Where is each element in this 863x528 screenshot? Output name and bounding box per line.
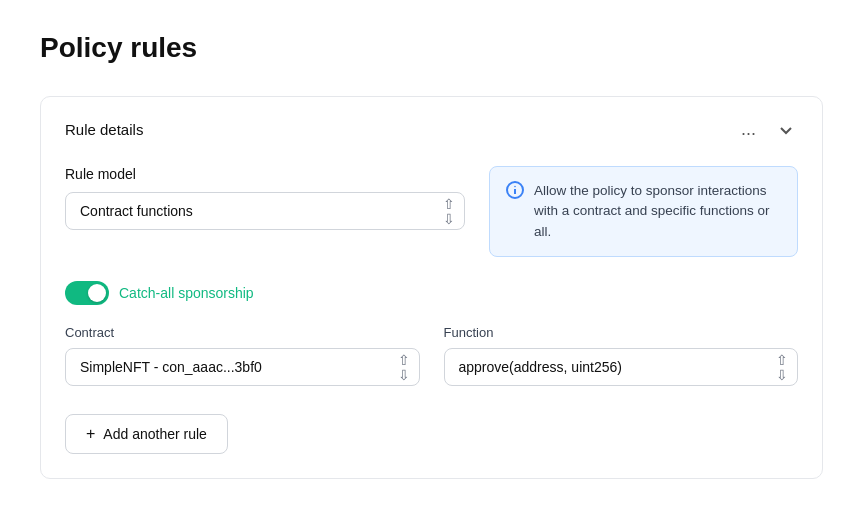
add-another-rule-label: Add another rule [103, 426, 207, 442]
catch-all-toggle[interactable] [65, 281, 109, 305]
function-select[interactable]: approve(address, uint256) [444, 348, 799, 386]
info-icon [506, 181, 524, 199]
function-select-wrapper: approve(address, uint256) ⇧ ⇩ [444, 348, 799, 386]
contract-select[interactable]: SimpleNFT - con_aaac...3bf0 [65, 348, 420, 386]
rule-model-select[interactable]: Contract functions Native transfer ERC20… [65, 192, 465, 230]
function-label: Function [444, 325, 799, 340]
info-text: Allow the policy to sponsor interactions… [534, 181, 781, 242]
toggle-thumb [88, 284, 106, 302]
toggle-label: Catch-all sponsorship [119, 285, 254, 301]
info-box: Allow the policy to sponsor interactions… [489, 166, 798, 257]
contract-field-group: Contract SimpleNFT - con_aaac...3bf0 ⇧ ⇩ [65, 325, 420, 386]
svg-point-2 [514, 186, 516, 188]
contract-select-wrapper: SimpleNFT - con_aaac...3bf0 ⇧ ⇩ [65, 348, 420, 386]
toggle-row: Catch-all sponsorship [65, 281, 798, 305]
rule-model-label: Rule model [65, 166, 465, 182]
plus-icon: + [86, 425, 95, 443]
contract-label: Contract [65, 325, 420, 340]
contract-function-row: Contract SimpleNFT - con_aaac...3bf0 ⇧ ⇩… [65, 325, 798, 386]
chevron-down-icon [778, 122, 794, 138]
rule-section-header: Rule details ... [65, 117, 798, 142]
ellipsis-button[interactable]: ... [735, 117, 762, 142]
function-field-group: Function approve(address, uint256) ⇧ ⇩ [444, 325, 799, 386]
collapse-button[interactable] [774, 120, 798, 140]
add-another-rule-button[interactable]: + Add another rule [65, 414, 228, 454]
rule-details-label: Rule details [65, 121, 143, 138]
rule-model-section: Rule model Contract functions Native tra… [65, 166, 798, 257]
rule-model-select-wrapper: Contract functions Native transfer ERC20… [65, 192, 465, 230]
rule-section: Rule details ... Rule model Contract fun… [40, 96, 823, 479]
page-title: Policy rules [40, 32, 823, 64]
rule-model-left: Rule model Contract functions Native tra… [65, 166, 465, 257]
header-actions: ... [735, 117, 798, 142]
